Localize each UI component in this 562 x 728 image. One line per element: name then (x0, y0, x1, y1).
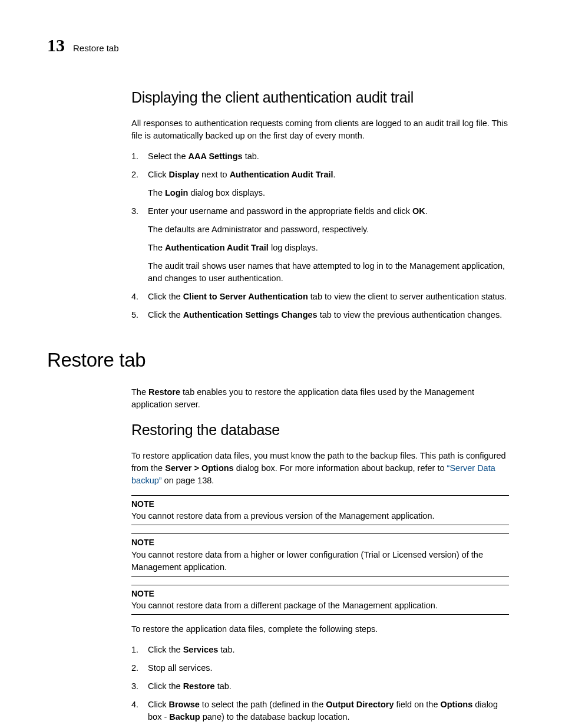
step-5: 5. Click the Authentication Settings Cha… (131, 309, 509, 321)
step-3: 3. Enter your username and password in t… (131, 205, 509, 285)
step-number: 3. (131, 205, 148, 285)
step-number: 3. (131, 680, 148, 693)
restore-path-paragraph: To restore application data files, you m… (131, 450, 509, 487)
note-body: You cannot restore data from a previous … (131, 510, 509, 522)
step-number: 1. (131, 644, 148, 656)
step-number: 2. (131, 169, 148, 199)
note-label: NOTE (131, 536, 509, 548)
main-heading-restore-tab: Restore tab (47, 346, 509, 374)
restore-step-1: 1. Click the Services tab. (131, 644, 509, 656)
note-label: NOTE (131, 498, 509, 510)
step-number: 4. (131, 699, 148, 723)
chapter-number: 13 (47, 32, 65, 58)
intro-paragraph: All responses to authentication requests… (131, 117, 509, 142)
step-2: 2. Click Display next to Authentication … (131, 169, 509, 199)
page-header: 13 Restore tab (47, 32, 509, 58)
restore-step-2: 2. Stop all services. (131, 662, 509, 674)
note-block-1: NOTE You cannot restore data from a prev… (131, 495, 509, 525)
step-number: 1. (131, 150, 148, 163)
step-number: 2. (131, 662, 148, 674)
restore-steps-intro: To restore the application data files, c… (131, 623, 509, 635)
section-heading-audit-trail: Displaying the client authentication aud… (131, 87, 509, 108)
note-body: You cannot restore data from a higher or… (131, 549, 509, 574)
restore-step-3: 3. Click the Restore tab. (131, 680, 509, 693)
header-title: Restore tab (73, 42, 119, 55)
restore-intro: The Restore tab enables you to restore t… (131, 386, 509, 411)
note-block-3: NOTE You cannot restore data from a diff… (131, 585, 509, 615)
step-1: 1. Select the AAA Settings tab. (131, 150, 509, 163)
note-label: NOTE (131, 588, 509, 599)
step-number: 5. (131, 309, 148, 321)
step-4: 4. Click the Client to Server Authentica… (131, 291, 509, 303)
note-block-2: NOTE You cannot restore data from a high… (131, 533, 509, 576)
step-number: 4. (131, 291, 148, 303)
section-heading-restoring-db: Restoring the database (131, 419, 509, 440)
note-body: You cannot restore data from a different… (131, 599, 509, 612)
restore-step-4: 4. Click Browse to select the path (defi… (131, 699, 509, 723)
